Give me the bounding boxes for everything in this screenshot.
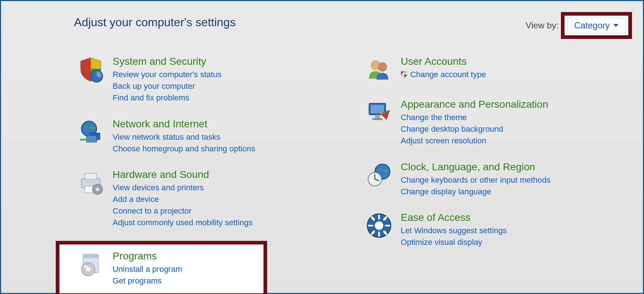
- category-system-security: System and Security Review your computer…: [74, 53, 340, 105]
- category-link[interactable]: Choose homegroup and sharing options: [113, 143, 255, 155]
- category-link[interactable]: Add a device: [113, 194, 253, 205]
- viewby-value: Category: [574, 20, 610, 31]
- viewby-highlight: Category: [561, 12, 632, 39]
- programs-icon: [76, 250, 105, 279]
- category-link[interactable]: Let Windows suggest settings: [401, 225, 507, 237]
- category-link[interactable]: Connect to a projector: [113, 205, 253, 217]
- svg-point-14: [83, 265, 88, 268]
- svg-rect-4: [80, 139, 89, 140]
- category-clock-language-region: Clock, Language, and Region Change keybo…: [362, 159, 629, 199]
- category-link[interactable]: Change account type: [401, 69, 486, 80]
- category-title[interactable]: Network and Internet: [113, 118, 255, 130]
- category-link[interactable]: Optimize visual display: [401, 237, 507, 248]
- header-row: Adjust your computer's settings View by:…: [74, 16, 628, 39]
- printer-icon: [76, 168, 105, 197]
- category-link[interactable]: Change the theme: [401, 112, 549, 123]
- category-link[interactable]: Find and fix problems: [113, 92, 222, 104]
- category-appearance: Appearance and Personalization Change th…: [362, 96, 629, 148]
- control-panel-window: Adjust your computer's settings View by:…: [0, 0, 644, 294]
- viewby-label: View by:: [526, 20, 558, 31]
- category-link[interactable]: Adjust commonly used mobility settings: [113, 217, 253, 229]
- ease-of-access-icon: [364, 211, 394, 240]
- chevron-down-icon: [613, 24, 618, 27]
- category-user-accounts: User Accounts Change account type: [362, 53, 629, 86]
- category-title[interactable]: Appearance and Personalization: [401, 99, 549, 110]
- svg-rect-11: [83, 254, 98, 258]
- category-link[interactable]: Adjust screen resolution: [401, 135, 549, 147]
- users-icon: [364, 55, 394, 84]
- svg-point-9: [96, 188, 99, 191]
- category-title[interactable]: System and Security: [113, 56, 222, 67]
- category-ease-of-access: Ease of Access Let Windows suggest setti…: [362, 210, 629, 250]
- category-link[interactable]: Back up your computer: [113, 80, 222, 92]
- svg-rect-19: [375, 116, 380, 118]
- category-network-internet: Network and Internet View network status…: [74, 116, 340, 156]
- category-link[interactable]: Change desktop background: [401, 123, 549, 135]
- category-link[interactable]: View devices and printers: [113, 182, 253, 194]
- viewby-area: View by: Category: [526, 12, 632, 39]
- category-link[interactable]: Change keyboards or other input methods: [401, 174, 551, 186]
- svg-rect-20: [372, 118, 382, 120]
- category-link[interactable]: Get programs: [113, 275, 182, 287]
- svg-point-16: [378, 62, 387, 71]
- category-title[interactable]: Ease of Access: [401, 212, 507, 223]
- right-column: User Accounts Change account type: [362, 53, 629, 294]
- category-title[interactable]: Clock, Language, and Region: [401, 161, 551, 173]
- globe-network-icon: [76, 118, 105, 147]
- category-title[interactable]: Programs: [113, 250, 182, 262]
- page-title: Adjust your computer's settings: [74, 16, 236, 29]
- svg-point-26: [375, 222, 383, 230]
- clock-globe-icon: [364, 160, 394, 190]
- left-column: System and Security Review your computer…: [74, 53, 340, 294]
- category-link[interactable]: View network status and tasks: [113, 131, 255, 143]
- svg-rect-6: [85, 174, 97, 179]
- category-title[interactable]: Hardware and Sound: [113, 169, 253, 180]
- category-link[interactable]: Review your computer's status: [113, 69, 222, 80]
- category-title[interactable]: User Accounts: [401, 56, 486, 67]
- category-link[interactable]: Uninstall a program: [113, 263, 182, 275]
- svg-rect-18: [370, 105, 384, 113]
- monitor-personalization-icon: [364, 98, 394, 127]
- category-programs: Programs Uninstall a program Get program…: [74, 248, 264, 288]
- shield-icon: [76, 55, 105, 84]
- viewby-dropdown[interactable]: Category: [567, 18, 625, 33]
- programs-highlight: Programs Uninstall a program Get program…: [56, 241, 267, 294]
- category-link[interactable]: Change display language: [401, 186, 551, 198]
- categories-columns: System and Security Review your computer…: [74, 53, 628, 294]
- category-hardware-sound: Hardware and Sound View devices and prin…: [74, 167, 340, 230]
